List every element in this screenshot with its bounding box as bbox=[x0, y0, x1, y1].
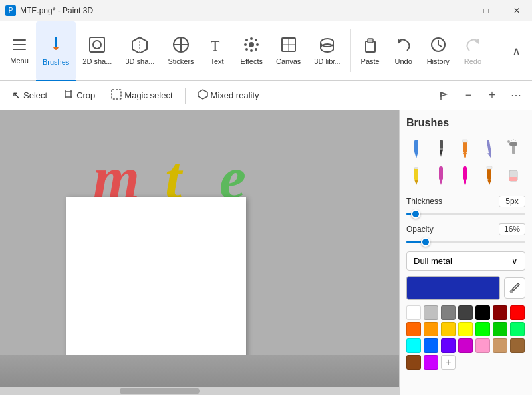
ribbon-brushes[interactable]: Brushes bbox=[36, 21, 76, 80]
color-swatch-saddlebrown[interactable] bbox=[406, 355, 421, 370]
brush-marker-magenta[interactable] bbox=[455, 164, 475, 188]
ribbon-paste[interactable]: Paste bbox=[354, 21, 387, 80]
color-swatch-lightgray[interactable] bbox=[424, 305, 438, 320]
svg-rect-39 bbox=[112, 90, 121, 99]
crop-label: Crop bbox=[76, 90, 95, 100]
color-swatch-green[interactable] bbox=[493, 322, 507, 336]
maximize-button[interactable]: □ bbox=[471, 0, 501, 21]
select-button[interactable]: ↖ Select bbox=[5, 85, 54, 106]
svg-point-17 bbox=[245, 39, 248, 41]
zoom-out-button[interactable]: − bbox=[458, 85, 479, 106]
color-swatch-gold[interactable] bbox=[441, 322, 456, 336]
ribbon-history[interactable]: History bbox=[420, 21, 456, 80]
menu-icon bbox=[11, 37, 27, 55]
svg-point-19 bbox=[255, 39, 257, 41]
color-swatch-lime[interactable] bbox=[475, 322, 490, 336]
canvas-scrollbar-thumb[interactable] bbox=[120, 388, 200, 394]
color-swatch-darkgray[interactable] bbox=[458, 305, 473, 320]
color-swatch-blue[interactable] bbox=[424, 338, 438, 353]
zoom-in-button[interactable]: + bbox=[481, 85, 503, 106]
paste-label: Paste bbox=[361, 57, 380, 65]
brush-calligraphy[interactable] bbox=[479, 137, 499, 161]
eyedropper-button[interactable] bbox=[504, 277, 525, 299]
thickness-control: Thickness 5px bbox=[406, 196, 525, 218]
right-panel: Brushes bbox=[399, 110, 532, 395]
brush-spray[interactable] bbox=[503, 137, 523, 161]
cmd-sep-1 bbox=[185, 88, 186, 104]
ribbon-stickers[interactable]: Stickers bbox=[161, 21, 200, 80]
title-bar-left: P MTE.png* - Paint 3D bbox=[5, 5, 93, 16]
color-swatch-brown[interactable] bbox=[510, 338, 525, 353]
color-swatch-tan[interactable] bbox=[493, 338, 507, 353]
color-preview-swatch[interactable] bbox=[406, 276, 500, 300]
opacity-label: Opacity bbox=[406, 225, 434, 234]
more-button[interactable]: ⋯ bbox=[505, 85, 527, 106]
flag-button[interactable] bbox=[434, 85, 455, 106]
ribbon-3dshapes[interactable]: 3D sha... bbox=[118, 21, 161, 80]
brush-pen[interactable] bbox=[431, 137, 451, 161]
brush-crayon-2[interactable] bbox=[479, 164, 499, 188]
brush-marker[interactable] bbox=[406, 137, 426, 161]
color-swatch-purple[interactable] bbox=[458, 338, 473, 353]
brush-marker-pink[interactable] bbox=[431, 164, 451, 188]
ribbon-3dlib[interactable]: 3D libr... bbox=[307, 21, 347, 80]
material-dropdown[interactable]: Dull metal ∨ bbox=[406, 251, 525, 271]
ribbon-collapse-button[interactable]: ∧ bbox=[508, 43, 524, 59]
ribbon-redo[interactable]: Redo bbox=[456, 21, 489, 80]
color-swatch-indigo[interactable] bbox=[441, 338, 456, 353]
thickness-header: Thickness 5px bbox=[406, 196, 525, 207]
color-add-button[interactable]: + bbox=[441, 355, 456, 370]
color-swatch-cyan[interactable] bbox=[406, 338, 421, 353]
history-label: History bbox=[427, 57, 450, 65]
color-swatch-orange[interactable] bbox=[406, 322, 421, 336]
brush-pencil-yellow[interactable] bbox=[406, 164, 426, 188]
thickness-slider-track[interactable] bbox=[406, 213, 525, 215]
select-label: Select bbox=[23, 90, 47, 100]
canvas-label: Canvas bbox=[276, 57, 301, 65]
svg-rect-47 bbox=[440, 148, 443, 150]
svg-marker-46 bbox=[440, 150, 442, 157]
ribbon-undo[interactable]: Undo bbox=[387, 21, 420, 80]
brush-eraser[interactable] bbox=[503, 164, 523, 188]
svg-point-13 bbox=[250, 37, 253, 40]
color-swatch-amber[interactable] bbox=[424, 322, 438, 336]
svg-rect-0 bbox=[13, 39, 26, 41]
color-swatch-red[interactable] bbox=[510, 305, 525, 320]
ribbon-canvas[interactable]: Canvas bbox=[269, 21, 307, 80]
svg-point-15 bbox=[244, 43, 247, 46]
svg-marker-65 bbox=[463, 178, 467, 185]
ribbon-2dshapes[interactable]: 2D sha... bbox=[76, 21, 118, 80]
color-swatch-pink[interactable] bbox=[475, 338, 490, 353]
color-swatch-yellow[interactable] bbox=[458, 322, 473, 336]
ribbon-text[interactable]: T Text bbox=[201, 21, 234, 80]
ribbon-tabs: Menu Brushes 2D sha... bbox=[0, 21, 532, 80]
svg-rect-4 bbox=[90, 37, 104, 52]
color-swatch-gray[interactable] bbox=[441, 305, 456, 320]
color-swatch-violet[interactable] bbox=[424, 355, 438, 370]
color-swatch-springgreen[interactable] bbox=[510, 322, 525, 336]
svg-point-55 bbox=[507, 140, 510, 143]
svg-marker-49 bbox=[463, 153, 467, 158]
brush-crayon[interactable] bbox=[455, 137, 475, 161]
canvas-area[interactable]: m t e bbox=[0, 110, 399, 395]
svg-marker-67 bbox=[487, 180, 491, 185]
canvas-scrollbar-h[interactable] bbox=[0, 387, 399, 395]
thickness-slider-thumb[interactable] bbox=[411, 209, 420, 219]
svg-marker-52 bbox=[487, 153, 492, 159]
opacity-slider-thumb[interactable] bbox=[421, 237, 430, 247]
minimize-button[interactable]: – bbox=[440, 0, 471, 21]
svg-marker-63 bbox=[439, 178, 443, 185]
text-icon: T bbox=[209, 36, 226, 56]
color-swatch-black[interactable] bbox=[475, 305, 490, 320]
magic-select-button[interactable]: Magic select bbox=[104, 85, 179, 106]
mixed-reality-button[interactable]: Mixed reality bbox=[191, 85, 266, 106]
color-swatch-white[interactable] bbox=[406, 305, 421, 320]
thickness-value: 5px bbox=[499, 196, 525, 207]
opacity-slider-track[interactable] bbox=[406, 241, 525, 243]
ribbon-menu[interactable]: Menu bbox=[3, 21, 36, 80]
svg-rect-64 bbox=[463, 166, 467, 180]
color-swatch-darkred[interactable] bbox=[493, 305, 507, 320]
crop-button[interactable]: Crop bbox=[57, 85, 102, 106]
close-button[interactable]: ✕ bbox=[501, 0, 532, 21]
ribbon-effects[interactable]: Effects bbox=[234, 21, 269, 80]
